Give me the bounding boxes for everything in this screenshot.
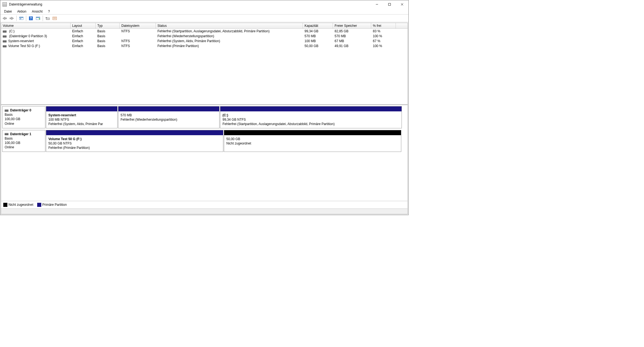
- disk-size: 100,00 GB: [5, 117, 20, 121]
- volume-type: Basis: [96, 29, 120, 33]
- col-pctfree[interactable]: % frei: [371, 23, 396, 28]
- volume-capacity: 100 MB: [303, 39, 333, 43]
- menu-help[interactable]: ?: [46, 9, 52, 14]
- volume-row[interactable]: (C:)EinfachBasisNTFSFehlerfrei (Startpar…: [1, 29, 408, 34]
- col-free[interactable]: Freier Speicher: [333, 23, 371, 28]
- forward-icon: [10, 16, 14, 20]
- col-layout[interactable]: Layout: [71, 23, 96, 28]
- volume-row[interactable]: Volume Test 50 G (F:)EinfachBasisNTFSFeh…: [1, 44, 408, 48]
- partition-title: (C:): [223, 113, 228, 117]
- back-button[interactable]: [1, 15, 8, 21]
- partition-primary[interactable]: Volume Test 50 G (F:)50,00 GB NTFSFehler…: [46, 130, 223, 152]
- volume-fs: NTFS: [120, 29, 156, 33]
- col-status[interactable]: Status: [156, 23, 303, 28]
- partition-status: Nicht zugeordnet: [226, 141, 251, 145]
- menu-action[interactable]: Aktion: [15, 9, 28, 14]
- volume-type: Basis: [96, 34, 120, 38]
- partition-color-bar: [46, 130, 223, 135]
- volume-row[interactable]: (Datenträger 0 Partition 3)EinfachBasisF…: [1, 34, 408, 39]
- disk-icon: [3, 30, 7, 33]
- minimize-icon: [376, 3, 378, 6]
- legend-primary-label: Primäre Partition: [42, 203, 67, 207]
- volume-header-row: Volume Layout Typ Dateisystem Status Kap…: [1, 23, 408, 29]
- disk-icon: [3, 35, 7, 37]
- volume-layout: Einfach: [71, 44, 96, 48]
- volume-layout: Einfach: [71, 34, 96, 38]
- col-fs[interactable]: Dateisystem: [120, 23, 156, 28]
- disk-name: Datenträger 1: [10, 132, 31, 136]
- volume-status: Fehlerfrei (System, Aktiv, Primäre Parti…: [156, 39, 303, 43]
- forward-button[interactable]: [8, 15, 15, 21]
- disk-icon: [5, 133, 8, 135]
- partition-status: Fehlerfrei (System, Aktiv, Primäre Par: [48, 122, 103, 126]
- partition-body: 50,00 GBNicht zugeordnet: [224, 135, 401, 152]
- properties-button[interactable]: [44, 15, 51, 21]
- partition-size: 570 MB: [121, 113, 132, 117]
- app-icon: [2, 2, 7, 7]
- partition-primary[interactable]: 570 MBFehlerfrei (Wiederherstellungspart…: [118, 106, 219, 128]
- partition-size: 50,00 GB: [226, 137, 240, 141]
- window-title: Datenträgerverwaltung: [9, 2, 371, 6]
- volume-name: Volume Test 50 G (F:): [1, 44, 71, 48]
- window-buttons: [371, 0, 408, 8]
- svg-rect-12: [36, 17, 40, 18]
- svg-text:?: ?: [30, 16, 32, 20]
- disk-block: Datenträger 1Basis100,00 GBOnlineVolume …: [2, 130, 406, 152]
- panel-icon: [19, 16, 24, 20]
- svg-rect-7: [19, 17, 23, 18]
- svg-rect-1: [388, 3, 391, 5]
- content: Volume Layout Typ Dateisystem Status Kap…: [0, 22, 408, 215]
- volume-body: (C:)EinfachBasisNTFSFehlerfrei (Startpar…: [1, 29, 408, 104]
- close-button[interactable]: [396, 0, 408, 8]
- help-icon: ?: [29, 16, 33, 21]
- col-type[interactable]: Typ: [96, 23, 120, 28]
- svg-rect-16: [53, 17, 57, 20]
- volume-fs: NTFS: [120, 39, 156, 43]
- disk-state: Online: [5, 122, 14, 126]
- col-volume[interactable]: Volume: [1, 23, 71, 28]
- partition-size: 50,00 GB NTFS: [48, 141, 72, 145]
- svg-rect-8: [20, 18, 21, 19]
- legend: Nicht zugeordnet Primäre Partition: [1, 201, 408, 209]
- volume-type: Basis: [96, 44, 120, 48]
- disk-block: Datenträger 0Basis100,00 GBOnlineSystem-…: [2, 106, 406, 128]
- disk-icon: [3, 40, 7, 42]
- volume-free: 67 MB: [333, 39, 371, 43]
- col-capacity[interactable]: Kapazität: [303, 23, 333, 28]
- titlebar: Datenträgerverwaltung: [0, 0, 408, 8]
- settings-button[interactable]: [51, 15, 58, 21]
- partition-color-bar: [118, 106, 219, 111]
- disk-partitions: Volume Test 50 G (F:)50,00 GB NTFSFehler…: [46, 130, 406, 152]
- svg-marker-4: [3, 17, 7, 20]
- volume-capacity: 99,34 GB: [303, 29, 333, 33]
- show-hide-tree-button[interactable]: [18, 15, 25, 21]
- disk-label[interactable]: Datenträger 0Basis100,00 GBOnline: [2, 106, 45, 128]
- partition-primary[interactable]: System-reserviert100 MB NTFSFehlerfrei (…: [46, 106, 118, 128]
- maximize-button[interactable]: [383, 0, 396, 8]
- disk-graphical-pane: Datenträger 0Basis100,00 GBOnlineSystem-…: [1, 105, 408, 201]
- volume-row[interactable]: System-reserviertEinfachBasisNTFSFehlerf…: [1, 39, 408, 44]
- menubar: Datei Aktion Ansicht ?: [0, 8, 408, 15]
- menu-view[interactable]: Ansicht: [30, 9, 45, 14]
- legend-unallocated-label: Nicht zugeordnet: [8, 203, 33, 207]
- volume-pctfree: 100 %: [371, 34, 396, 38]
- volume-capacity: 50,00 GB: [303, 44, 333, 48]
- partition-unallocated[interactable]: 50,00 GBNicht zugeordnet: [224, 130, 401, 152]
- toolbar-separator: [26, 16, 26, 21]
- inner-panel: Volume Layout Typ Dateisystem Status Kap…: [1, 23, 408, 214]
- minimize-button[interactable]: [371, 0, 383, 8]
- help-button[interactable]: ?: [28, 15, 34, 21]
- statusbar: [1, 209, 408, 214]
- disk-label[interactable]: Datenträger 1Basis100,00 GBOnline: [2, 130, 45, 152]
- disk-icon: [3, 45, 7, 47]
- partition-primary[interactable]: (C:)99,34 GB NTFSFehlerfrei (Startpartit…: [220, 106, 402, 128]
- volume-name: System-reserviert: [1, 39, 71, 43]
- menu-file[interactable]: Datei: [2, 9, 14, 14]
- toolbar-separator: [43, 16, 43, 21]
- refresh-button[interactable]: [35, 15, 41, 21]
- partition-size: 100 MB NTFS: [48, 118, 69, 122]
- volume-status: Fehlerfrei (Startpartition, Auslagerungs…: [156, 29, 303, 33]
- partition-body: System-reserviert100 MB NTFSFehlerfrei (…: [46, 111, 117, 128]
- disk-icon: [5, 109, 8, 112]
- volume-free: 570 MB: [333, 34, 371, 38]
